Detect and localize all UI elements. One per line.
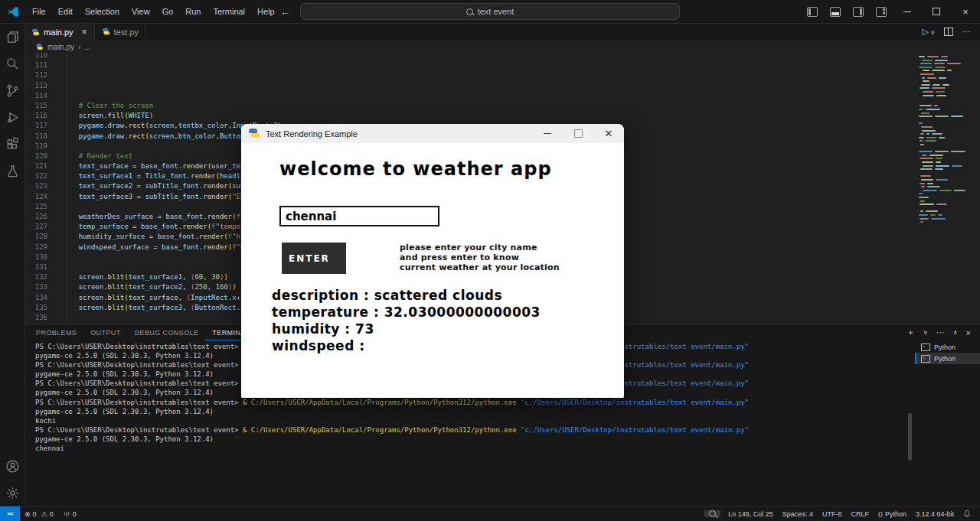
line-number[interactable]: 115 <box>24 101 47 111</box>
app-title-bar[interactable]: Text Rendering Example ✕ <box>241 124 624 143</box>
token: text_surface <box>62 162 129 170</box>
line-number[interactable]: 128 <box>24 232 47 242</box>
menu-selection[interactable]: Selection <box>79 0 126 23</box>
line-number[interactable]: 113 <box>24 81 47 91</box>
tab-test.py[interactable]: test.py <box>95 23 146 41</box>
indentation-status[interactable]: Spaces: 4 <box>778 510 818 518</box>
language-mode[interactable]: { } Python <box>874 510 911 518</box>
menu-run[interactable]: Run <box>179 0 207 23</box>
status-search[interactable] <box>704 510 720 517</box>
app-minimize-button[interactable] <box>532 124 563 143</box>
tab-main.py[interactable]: main.py× <box>24 23 95 41</box>
line-number[interactable]: 117 <box>24 121 47 131</box>
line-number[interactable]: 122 <box>24 171 47 181</box>
close-panel-icon[interactable]: × <box>966 328 971 337</box>
breadcrumb-more[interactable]: ... <box>84 43 90 51</box>
new-terminal-icon[interactable]: ＋ <box>906 327 915 338</box>
account-icon[interactable] <box>5 458 20 474</box>
terminal-instance-python[interactable]: >Python <box>915 341 980 353</box>
line-number[interactable]: 112 <box>24 70 47 80</box>
tab-close-icon[interactable]: × <box>82 27 87 37</box>
terminal-scrollbar[interactable] <box>908 413 912 461</box>
command-center-search[interactable]: text event <box>300 3 680 20</box>
line-number[interactable]: 129 <box>24 243 47 252</box>
line-number[interactable]: 114 <box>24 91 47 101</box>
encoding-status[interactable]: UTF-8 <box>818 510 847 518</box>
terminal-instance-python[interactable]: >Python <box>915 353 980 364</box>
remote-indicator[interactable]: >< <box>0 506 20 521</box>
line-number[interactable]: 135 <box>24 303 47 313</box>
code-line-114[interactable]: 114 <box>24 91 934 101</box>
line-number[interactable]: 133 <box>24 282 47 292</box>
line-number[interactable]: 123 <box>24 181 47 191</box>
app-close-button[interactable]: ✕ <box>593 124 624 143</box>
panel-tab-debug-console[interactable]: DEBUG CONSOLE <box>128 325 206 340</box>
menu-edit[interactable]: Edit <box>52 0 79 23</box>
line-number[interactable]: 119 <box>24 142 47 151</box>
code-line-112[interactable]: 112 <box>24 70 934 80</box>
eol-status[interactable]: CRLF <box>846 510 874 518</box>
line-number[interactable]: 124 <box>24 192 47 202</box>
code-line-110[interactable]: 110 <box>24 53 934 60</box>
line-number[interactable]: 120 <box>24 151 47 161</box>
cursor-position[interactable]: Ln 146, Col 25 <box>724 510 778 518</box>
extensions-icon[interactable] <box>5 136 20 151</box>
code-line-113[interactable]: 113 <box>24 81 934 91</box>
vscode-logo-icon[interactable] <box>0 6 26 18</box>
line-number[interactable]: 118 <box>24 132 47 142</box>
notifications-bell[interactable] <box>959 510 975 518</box>
code-line-111[interactable]: 111 <box>24 60 934 70</box>
panel-more-actions-icon[interactable]: ⋯ <box>936 327 945 337</box>
run-debug-icon[interactable] <box>5 109 20 125</box>
split-editor-icon[interactable] <box>944 28 953 36</box>
app-window[interactable]: Text Rendering Example ✕ welcome to weat… <box>241 124 624 398</box>
minimap[interactable] <box>919 56 963 228</box>
panel-tab-problems[interactable]: PROBLEMS <box>29 325 83 340</box>
breadcrumb-file[interactable]: main.py <box>47 43 74 51</box>
maximize-panel-icon[interactable]: ∧ <box>953 329 958 336</box>
line-number[interactable]: 116 <box>24 111 47 121</box>
back-arrow-icon[interactable]: ← <box>280 6 290 18</box>
line-number[interactable]: 110 <box>24 53 47 60</box>
customize-layout-icon[interactable] <box>876 7 887 17</box>
code-line-115[interactable]: 115 # Clear the screen <box>24 101 934 111</box>
panel-tab-output[interactable]: OUTPUT <box>83 325 127 340</box>
toggle-sidebar-icon[interactable] <box>807 7 818 17</box>
run-python-button[interactable]: ▷ ∨ <box>922 27 935 37</box>
city-input[interactable] <box>279 206 439 226</box>
line-number[interactable]: 134 <box>24 293 47 303</box>
window-minimize-button[interactable] <box>893 0 922 23</box>
toggle-secondary-sidebar-icon[interactable] <box>853 7 864 17</box>
breadcrumb[interactable]: main.py › ... <box>24 41 980 53</box>
toggle-panel-icon[interactable] <box>830 7 841 17</box>
line-number[interactable]: 121 <box>24 161 47 171</box>
terminal-dropdown-icon[interactable]: ∨ <box>923 329 928 336</box>
testing-icon[interactable] <box>5 163 20 178</box>
search-sidebar-icon[interactable] <box>5 56 20 71</box>
menu-terminal[interactable]: Terminal <box>207 0 252 23</box>
enter-button[interactable]: ENTER <box>282 243 346 274</box>
line-number[interactable]: 136 <box>24 313 47 323</box>
python-version-status[interactable]: 3.12.4 64-bit <box>911 510 959 518</box>
app-maximize-button[interactable] <box>563 124 593 143</box>
problems-status[interactable]: ⊗0 ⚠0 <box>20 506 58 521</box>
line-number[interactable]: 126 <box>24 212 47 222</box>
line-number[interactable]: 111 <box>24 60 47 70</box>
code-line-116[interactable]: 116 screen.fill(WHITE) <box>24 111 934 121</box>
more-editor-actions-icon[interactable]: ⋯ <box>962 27 971 37</box>
source-control-icon[interactable] <box>5 83 20 98</box>
menu-help[interactable]: Help <box>251 0 281 23</box>
line-number[interactable]: 127 <box>24 222 47 232</box>
menu-view[interactable]: View <box>126 0 156 23</box>
window-close-button[interactable]: × <box>951 0 980 23</box>
explorer-icon[interactable] <box>5 29 20 44</box>
line-number[interactable]: 132 <box>24 272 47 282</box>
settings-gear-icon[interactable] <box>5 485 20 500</box>
line-number[interactable]: 125 <box>24 202 47 212</box>
menu-file[interactable]: File <box>26 0 52 23</box>
line-number[interactable]: 130 <box>24 252 47 262</box>
window-maximize-button[interactable] <box>922 0 951 23</box>
menu-go[interactable]: Go <box>156 0 180 23</box>
line-number[interactable]: 131 <box>24 262 47 272</box>
ports-status[interactable]: 0 <box>58 506 81 521</box>
